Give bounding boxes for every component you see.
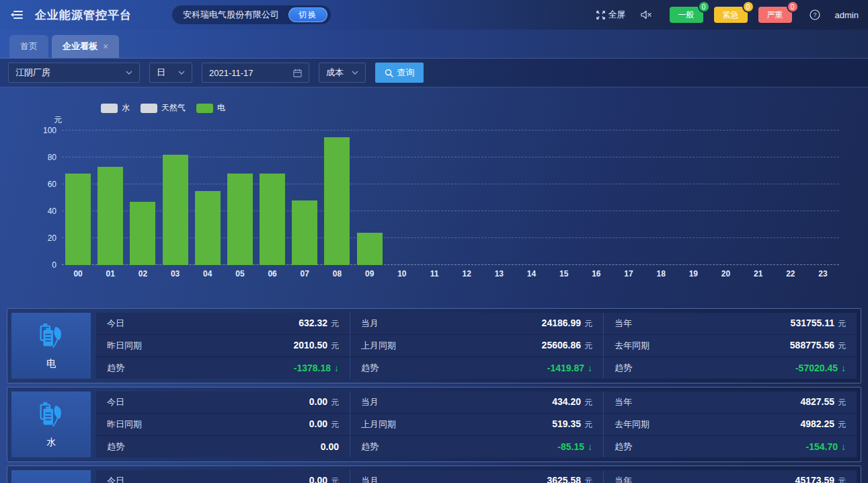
cell-label: 趋势 bbox=[107, 362, 124, 374]
bar-slot-09 bbox=[354, 131, 386, 265]
energy-type-card[interactable]: 电 bbox=[11, 313, 91, 379]
metric-select[interactable]: 成本 bbox=[319, 63, 366, 83]
cell-value: 0.00元 bbox=[309, 418, 339, 431]
close-icon[interactable]: × bbox=[103, 41, 108, 52]
cell-number: -85.15 bbox=[557, 441, 584, 452]
cell-value: 588775.56元 bbox=[790, 340, 846, 352]
alarm-badges: 一般0紧急0严重0 bbox=[670, 7, 792, 23]
query-button[interactable]: 查询 bbox=[375, 63, 424, 83]
bar-03[interactable] bbox=[163, 155, 188, 265]
x-tick-label: 21 bbox=[742, 269, 775, 278]
cell-label: 趋势 bbox=[361, 441, 379, 453]
bar-01[interactable] bbox=[97, 167, 123, 265]
x-tick-label: 00 bbox=[62, 269, 94, 278]
cell-unit: 元 bbox=[584, 476, 592, 483]
table-cell: 当年4827.55元 bbox=[603, 392, 857, 414]
cell-label: 当年 bbox=[615, 318, 632, 330]
x-tick-label: 07 bbox=[288, 269, 321, 278]
date-picker[interactable]: 2021-11-17 bbox=[202, 63, 309, 83]
metric-select-value: 成本 bbox=[326, 67, 344, 79]
cell-unit: 元 bbox=[584, 340, 592, 352]
y-axis-labels: 020406080100 bbox=[24, 131, 56, 265]
bar-slot-15 bbox=[548, 131, 580, 265]
cell-label: 当月 bbox=[361, 318, 379, 330]
y-tick-label: 40 bbox=[24, 207, 56, 216]
bar-slot-00 bbox=[62, 131, 94, 265]
bar-07[interactable] bbox=[292, 200, 317, 265]
x-tick-label: 15 bbox=[548, 269, 580, 278]
energy-type-card[interactable] bbox=[11, 470, 91, 483]
table-cell: 趋势-154.70↓ bbox=[603, 436, 857, 457]
table-cell: 当月24186.99元 bbox=[350, 313, 603, 335]
filter-bar: 江阴厂房 日 2021-11-17 成本 bbox=[0, 59, 868, 87]
cell-number: 531755.11 bbox=[791, 318, 834, 328]
bar-08[interactable] bbox=[324, 137, 350, 265]
bar-slot-20 bbox=[709, 131, 742, 265]
chart-legend: 水天然气电 bbox=[101, 102, 225, 114]
bar-06[interactable] bbox=[260, 174, 285, 265]
x-tick-label: 17 bbox=[613, 269, 645, 278]
cell-label: 当月 bbox=[361, 396, 379, 408]
cell-number: -1378.18 bbox=[294, 363, 331, 373]
energy-panel-2: 水今日0.00元当月434.20元当年4827.55元昨日同期0.00元上月同期… bbox=[7, 387, 861, 462]
bar-09[interactable] bbox=[357, 233, 383, 265]
alarm-badge-label: 紧急 bbox=[723, 9, 739, 21]
legend-label: 天然气 bbox=[161, 102, 186, 114]
help-icon[interactable]: ? bbox=[810, 9, 820, 20]
tab-bar: 首页企业看板× bbox=[0, 30, 868, 59]
switch-company-button[interactable]: 切换 bbox=[288, 7, 327, 22]
trend-down-arrow: ↓ bbox=[334, 363, 339, 373]
table-cell: 上月同期519.35元 bbox=[350, 414, 603, 436]
menu-fold-icon[interactable] bbox=[9, 8, 24, 22]
legend-item-电[interactable]: 电 bbox=[196, 102, 225, 114]
cell-label: 去年同期 bbox=[615, 418, 649, 431]
bar-slot-11 bbox=[418, 131, 450, 265]
legend-swatch bbox=[141, 104, 157, 113]
company-selector: 安科瑞电气股份有限公司 切换 bbox=[172, 5, 331, 24]
tab-企业看板[interactable]: 企业看板× bbox=[52, 35, 119, 58]
x-tick-label: 11 bbox=[418, 269, 450, 278]
alarm-badge-count: 0 bbox=[742, 1, 754, 13]
bar-slot-16 bbox=[580, 131, 613, 265]
chevron-down-icon bbox=[352, 71, 358, 75]
cell-value: 0.00元 bbox=[309, 396, 339, 408]
bar-02[interactable] bbox=[130, 202, 155, 265]
cell-label: 昨日同期 bbox=[107, 418, 142, 431]
trend-down-arrow: ↓ bbox=[588, 363, 592, 373]
mute-button[interactable] bbox=[641, 10, 652, 20]
cell-number: 632.32 bbox=[299, 318, 327, 328]
cell-unit: 元 bbox=[331, 419, 339, 431]
cell-number: 25606.86 bbox=[542, 340, 581, 350]
tab-首页[interactable]: 首页 bbox=[9, 35, 48, 58]
site-select[interactable]: 江阴厂房 bbox=[8, 63, 140, 83]
x-tick-label: 03 bbox=[159, 269, 192, 278]
trend-down-arrow: ↓ bbox=[841, 363, 846, 373]
cell-number: 2010.50 bbox=[293, 340, 327, 350]
username[interactable]: admin bbox=[835, 10, 859, 20]
period-select-value: 日 bbox=[157, 67, 165, 79]
alarm-badge-3[interactable]: 严重0 bbox=[758, 7, 792, 23]
bar-05[interactable] bbox=[227, 174, 253, 265]
energy-type-card[interactable]: 水 bbox=[11, 392, 91, 457]
legend-item-天然气[interactable]: 天然气 bbox=[141, 102, 186, 114]
bar-slot-02 bbox=[126, 131, 159, 265]
bar-slot-19 bbox=[677, 131, 709, 265]
table-cell: 今日0.00元 bbox=[96, 470, 350, 483]
legend-swatch bbox=[101, 104, 118, 113]
table-cell: 趋势-1419.87↓ bbox=[350, 357, 603, 379]
legend-item-水[interactable]: 水 bbox=[101, 102, 130, 114]
energy-table: 今日0.00元当月434.20元当年4827.55元昨日同期0.00元上月同期5… bbox=[96, 392, 857, 457]
cell-number: 519.35 bbox=[552, 418, 581, 429]
period-select[interactable]: 日 bbox=[149, 63, 192, 83]
bar-00[interactable] bbox=[65, 174, 91, 265]
cell-number: 0.00 bbox=[309, 475, 327, 483]
bar-04[interactable] bbox=[195, 191, 221, 265]
x-tick-label: 18 bbox=[645, 269, 677, 278]
cell-value: 531755.11元 bbox=[791, 318, 846, 330]
cell-number: 45173.59 bbox=[795, 475, 834, 483]
fullscreen-button[interactable]: 全屏 bbox=[596, 9, 626, 21]
energy-type-label: 电 bbox=[46, 358, 56, 370]
bar-slot-23 bbox=[807, 131, 839, 265]
alarm-badge-2[interactable]: 紧急0 bbox=[714, 7, 748, 23]
alarm-badge-1[interactable]: 一般0 bbox=[670, 7, 703, 23]
